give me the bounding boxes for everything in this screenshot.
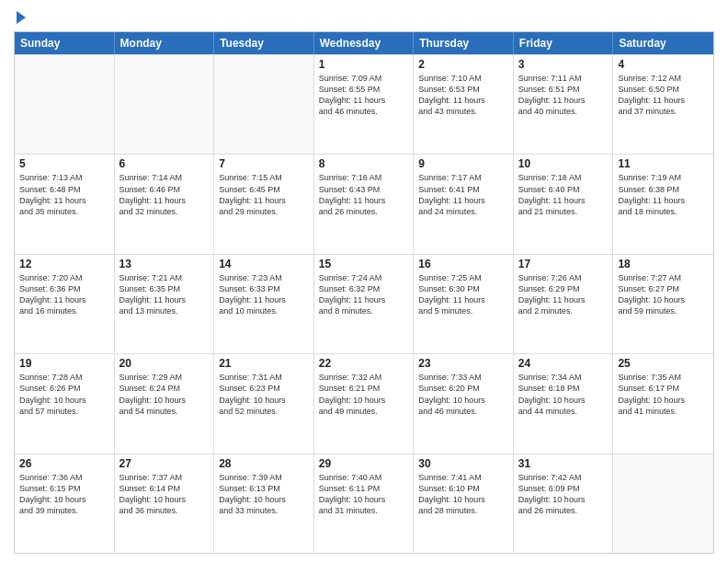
calendar-header: SundayMondayTuesdayWednesdayThursdayFrid…: [15, 32, 713, 54]
header-cell-tuesday: Tuesday: [214, 32, 314, 54]
day-info: Sunrise: 7:15 AM Sunset: 6:45 PM Dayligh…: [219, 172, 309, 217]
day-info: Sunrise: 7:11 AM Sunset: 6:51 PM Dayligh…: [518, 73, 609, 118]
day-info: Sunrise: 7:41 AM Sunset: 6:10 PM Dayligh…: [418, 472, 508, 517]
day-number: 21: [219, 357, 309, 370]
calendar-row-2: 5Sunrise: 7:13 AM Sunset: 6:48 PM Daylig…: [15, 154, 713, 253]
calendar-cell: 14Sunrise: 7:23 AM Sunset: 6:33 PM Dayli…: [214, 255, 314, 353]
day-info: Sunrise: 7:29 AM Sunset: 6:24 PM Dayligh…: [119, 372, 210, 417]
calendar-cell: 30Sunrise: 7:41 AM Sunset: 6:10 PM Dayli…: [414, 454, 514, 553]
calendar-row-1: 1Sunrise: 7:09 AM Sunset: 6:55 PM Daylig…: [15, 54, 713, 154]
day-info: Sunrise: 7:36 AM Sunset: 6:15 PM Dayligh…: [19, 472, 109, 517]
calendar-cell: 2Sunrise: 7:10 AM Sunset: 6:53 PM Daylig…: [414, 55, 514, 154]
calendar-cell: 15Sunrise: 7:24 AM Sunset: 6:32 PM Dayli…: [314, 255, 415, 353]
day-number: 28: [219, 457, 309, 470]
calendar-cell: 11Sunrise: 7:19 AM Sunset: 6:38 PM Dayli…: [613, 155, 713, 253]
calendar-cell: 13Sunrise: 7:21 AM Sunset: 6:35 PM Dayli…: [115, 255, 215, 353]
calendar-cell: 31Sunrise: 7:42 AM Sunset: 6:09 PM Dayli…: [514, 454, 614, 553]
day-number: 27: [119, 457, 210, 470]
day-number: 9: [418, 157, 508, 170]
day-info: Sunrise: 7:18 AM Sunset: 6:40 PM Dayligh…: [518, 172, 609, 217]
calendar-cell: 27Sunrise: 7:37 AM Sunset: 6:14 PM Dayli…: [115, 454, 215, 553]
day-number: 26: [19, 457, 109, 470]
logo-arrow-icon: [17, 11, 26, 24]
calendar-cell: 18Sunrise: 7:27 AM Sunset: 6:27 PM Dayli…: [613, 255, 713, 353]
calendar-cell: 9Sunrise: 7:17 AM Sunset: 6:41 PM Daylig…: [414, 155, 514, 253]
day-number: 18: [618, 258, 709, 270]
calendar-cell: 3Sunrise: 7:11 AM Sunset: 6:51 PM Daylig…: [514, 55, 614, 154]
day-number: 29: [319, 457, 409, 470]
calendar-cell: 4Sunrise: 7:12 AM Sunset: 6:50 PM Daylig…: [613, 55, 713, 154]
logo-text: [14, 9, 26, 24]
day-info: Sunrise: 7:14 AM Sunset: 6:46 PM Dayligh…: [119, 172, 210, 217]
calendar-cell: 10Sunrise: 7:18 AM Sunset: 6:40 PM Dayli…: [514, 155, 614, 253]
calendar-cell: 8Sunrise: 7:16 AM Sunset: 6:43 PM Daylig…: [314, 155, 415, 253]
day-number: 1: [319, 58, 409, 71]
day-info: Sunrise: 7:24 AM Sunset: 6:32 PM Dayligh…: [319, 272, 409, 317]
day-info: Sunrise: 7:40 AM Sunset: 6:11 PM Dayligh…: [319, 472, 409, 517]
calendar-cell: 24Sunrise: 7:34 AM Sunset: 6:18 PM Dayli…: [514, 354, 614, 453]
calendar-cell: 23Sunrise: 7:33 AM Sunset: 6:20 PM Dayli…: [414, 354, 514, 453]
day-info: Sunrise: 7:35 AM Sunset: 6:17 PM Dayligh…: [618, 372, 709, 417]
day-number: 10: [518, 157, 609, 170]
day-info: Sunrise: 7:20 AM Sunset: 6:36 PM Dayligh…: [19, 272, 109, 317]
header: [14, 9, 714, 24]
day-number: 31: [518, 457, 609, 470]
calendar-cell: 7Sunrise: 7:15 AM Sunset: 6:45 PM Daylig…: [214, 155, 314, 253]
day-info: Sunrise: 7:27 AM Sunset: 6:27 PM Dayligh…: [618, 272, 709, 317]
day-info: Sunrise: 7:42 AM Sunset: 6:09 PM Dayligh…: [518, 472, 609, 517]
calendar-body: 1Sunrise: 7:09 AM Sunset: 6:55 PM Daylig…: [15, 54, 713, 553]
calendar-cell: 21Sunrise: 7:31 AM Sunset: 6:23 PM Dayli…: [214, 354, 314, 453]
calendar-row-4: 19Sunrise: 7:28 AM Sunset: 6:26 PM Dayli…: [15, 353, 713, 453]
day-number: 2: [418, 58, 508, 71]
day-info: Sunrise: 7:26 AM Sunset: 6:29 PM Dayligh…: [518, 272, 609, 317]
calendar-cell: 28Sunrise: 7:39 AM Sunset: 6:13 PM Dayli…: [214, 454, 314, 553]
day-number: 8: [319, 157, 409, 170]
calendar-cell: [214, 55, 314, 154]
day-info: Sunrise: 7:34 AM Sunset: 6:18 PM Dayligh…: [518, 372, 609, 417]
header-cell-sunday: Sunday: [15, 32, 115, 54]
day-info: Sunrise: 7:31 AM Sunset: 6:23 PM Dayligh…: [219, 372, 309, 417]
day-number: 23: [418, 357, 508, 370]
header-cell-monday: Monday: [115, 32, 215, 54]
header-cell-saturday: Saturday: [613, 32, 713, 54]
day-info: Sunrise: 7:19 AM Sunset: 6:38 PM Dayligh…: [618, 172, 709, 217]
day-info: Sunrise: 7:13 AM Sunset: 6:48 PM Dayligh…: [19, 172, 109, 217]
calendar-cell: 5Sunrise: 7:13 AM Sunset: 6:48 PM Daylig…: [15, 155, 115, 253]
day-info: Sunrise: 7:33 AM Sunset: 6:20 PM Dayligh…: [418, 372, 508, 417]
day-number: 16: [418, 258, 508, 270]
calendar-cell: [115, 55, 215, 154]
day-number: 12: [19, 258, 109, 270]
day-number: 5: [19, 157, 109, 170]
day-number: 7: [219, 157, 309, 170]
calendar-row-3: 12Sunrise: 7:20 AM Sunset: 6:36 PM Dayli…: [15, 254, 713, 353]
day-info: Sunrise: 7:09 AM Sunset: 6:55 PM Dayligh…: [319, 73, 409, 118]
calendar-cell: 16Sunrise: 7:25 AM Sunset: 6:30 PM Dayli…: [414, 255, 514, 353]
day-info: Sunrise: 7:17 AM Sunset: 6:41 PM Dayligh…: [418, 172, 508, 217]
calendar-cell: 12Sunrise: 7:20 AM Sunset: 6:36 PM Dayli…: [15, 255, 115, 353]
calendar: SundayMondayTuesdayWednesdayThursdayFrid…: [14, 31, 714, 554]
calendar-cell: 29Sunrise: 7:40 AM Sunset: 6:11 PM Dayli…: [314, 454, 415, 553]
day-number: 14: [219, 258, 309, 270]
day-info: Sunrise: 7:28 AM Sunset: 6:26 PM Dayligh…: [19, 372, 109, 417]
day-number: 19: [19, 357, 109, 370]
day-number: 6: [119, 157, 210, 170]
day-number: 20: [119, 357, 210, 370]
header-cell-thursday: Thursday: [414, 32, 514, 54]
day-number: 4: [618, 58, 709, 71]
day-info: Sunrise: 7:16 AM Sunset: 6:43 PM Dayligh…: [319, 172, 409, 217]
day-number: 25: [618, 357, 709, 370]
day-number: 3: [518, 58, 609, 71]
day-number: 30: [418, 457, 508, 470]
header-cell-wednesday: Wednesday: [314, 32, 415, 54]
day-info: Sunrise: 7:25 AM Sunset: 6:30 PM Dayligh…: [418, 272, 508, 317]
day-info: Sunrise: 7:37 AM Sunset: 6:14 PM Dayligh…: [119, 472, 210, 517]
day-number: 13: [119, 258, 210, 270]
calendar-cell: 20Sunrise: 7:29 AM Sunset: 6:24 PM Dayli…: [115, 354, 215, 453]
day-number: 24: [518, 357, 609, 370]
day-number: 17: [518, 258, 609, 270]
calendar-cell: 25Sunrise: 7:35 AM Sunset: 6:17 PM Dayli…: [613, 354, 713, 453]
calendar-cell: [15, 55, 115, 154]
day-info: Sunrise: 7:10 AM Sunset: 6:53 PM Dayligh…: [418, 73, 508, 118]
logo: [14, 9, 26, 24]
day-info: Sunrise: 7:39 AM Sunset: 6:13 PM Dayligh…: [219, 472, 309, 517]
